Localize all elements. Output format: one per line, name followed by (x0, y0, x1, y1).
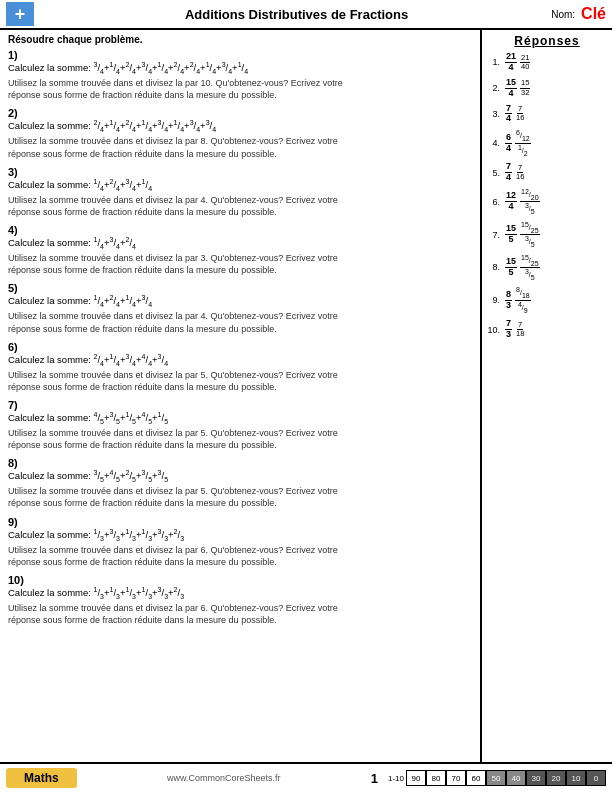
answer-row-1: 1. 21 4 21 40 (486, 52, 608, 73)
score-box-40: 40 (506, 770, 526, 786)
answers-area: Réponses 1. 21 4 21 40 2. 15 4 15 32 (482, 30, 612, 762)
main-content: Résoudre chaque problème. 1) Calculez la… (0, 30, 612, 762)
answers-title: Réponses (486, 34, 608, 48)
problem-6: 6) Calculez la somme: 2/4+1/4+3/4+4/4+3/… (8, 341, 472, 393)
answer-num-10: 10. (486, 325, 500, 335)
answer-fraction-4a: 6 4 (505, 133, 512, 154)
answer-row-7: 7. 15 5 15/25 3/5 (486, 221, 608, 249)
problem-10: 10) Calculez la somme: 1/3+1/3+1/3+1/3+3… (8, 574, 472, 626)
answer-fraction-7b: 15/25 3/5 (520, 221, 540, 249)
problem-line2-8: Utilisez la somme trouvée dans et divise… (8, 485, 452, 509)
problem-line2-7: Utilisez la somme trouvée dans et divise… (8, 427, 452, 451)
score-box-50: 50 (486, 770, 506, 786)
answer-num-7: 7. (486, 230, 500, 240)
answer-fraction-8a: 15 5 (505, 257, 517, 278)
answer-fraction-1b: 21 40 (520, 54, 530, 72)
problem-9: 9) Calculez la somme: 1/3+3/3+1/3+1/3+3/… (8, 516, 472, 568)
answer-fraction-2b: 15 32 (520, 79, 530, 97)
problem-content-7: Calculez la somme: 4/5+3/5+1/5+4/5+1/5 U… (8, 411, 452, 451)
answer-row-4: 4. 6 4 6/12 1/2 (486, 129, 608, 157)
answer-num-4: 4. (486, 138, 500, 148)
answer-fraction-10b: 7 18 (515, 321, 525, 339)
problem-3: 3) Calculez la somme: 1/4+2/4+3/4+1/4 Ut… (8, 166, 472, 218)
header: Additions Distributives de Fractions Nom… (0, 0, 612, 30)
answer-num-6: 6. (486, 197, 500, 207)
problem-number-8: 8) (8, 457, 26, 469)
answer-num-8: 8. (486, 262, 500, 272)
problem-line1-7: Calculez la somme: 4/5+3/5+1/5+4/5+1/5 (8, 411, 452, 425)
cle-label: Clé (581, 5, 606, 23)
problem-line2-1: Utilisez la somme trouvée dans et divise… (8, 77, 452, 101)
problem-line2-6: Utilisez la somme trouvée dans et divise… (8, 369, 452, 393)
problem-line1-2: Calculez la somme: 2/4+1/4+2/4+1/4+3/4+1… (8, 119, 452, 133)
answer-row-2: 2. 15 4 15 32 (486, 78, 608, 99)
problem-content-8: Calculez la somme: 3/5+4/5+2/5+3/5+3/5 U… (8, 469, 452, 509)
answer-fraction-1a: 21 4 (505, 52, 517, 73)
answer-num-5: 5. (486, 168, 500, 178)
problem-content-10: Calculez la somme: 1/3+1/3+1/3+1/3+3/3+2… (8, 586, 452, 626)
problem-1: 1) Calculez la somme: 3/4+1/4+2/4+3/4+1/… (8, 49, 472, 101)
answer-num-3: 3. (486, 109, 500, 119)
problem-number-4: 4) (8, 224, 26, 236)
answer-row-5: 5. 7 4 7 16 (486, 162, 608, 183)
answer-fraction-6a: 12 4 (505, 191, 517, 212)
answer-fraction-4b: 6/12 1/2 (515, 129, 531, 157)
score-box-0: 0 (586, 770, 606, 786)
answer-fraction-10a: 7 3 (505, 319, 512, 340)
answer-fraction-5a: 7 4 (505, 162, 512, 183)
problem-number-6: 6) (8, 341, 26, 353)
footer-maths-label: Maths (6, 768, 77, 788)
problem-line2-3: Utilisez la somme trouvée dans et divise… (8, 194, 452, 218)
answer-num-9: 9. (486, 295, 500, 305)
answer-fraction-6b: 12/20 3/5 (520, 188, 540, 216)
answer-row-9: 9. 8 3 8/18 4/9 (486, 286, 608, 314)
logo (6, 2, 34, 26)
instruction: Résoudre chaque problème. (8, 34, 472, 45)
problem-number-2: 2) (8, 107, 26, 119)
answer-num-2: 2. (486, 83, 500, 93)
problem-content-4: Calculez la somme: 1/4+3/4+2/4 Utilisez … (8, 236, 452, 276)
problem-content-6: Calculez la somme: 2/4+1/4+3/4+4/4+3/4 U… (8, 353, 452, 393)
problem-content-2: Calculez la somme: 2/4+1/4+2/4+1/4+3/4+1… (8, 119, 452, 159)
score-box-60: 60 (466, 770, 486, 786)
answer-fraction-3b: 7 16 (515, 105, 525, 123)
answer-fraction-8b: 15/25 3/5 (520, 254, 540, 282)
answer-num-1: 1. (486, 57, 500, 67)
problem-number-10: 10) (8, 574, 26, 586)
problems-area: Résoudre chaque problème. 1) Calculez la… (0, 30, 482, 762)
problem-line2-10: Utilisez la somme trouvée dans et divise… (8, 602, 452, 626)
problem-line2-9: Utilisez la somme trouvée dans et divise… (8, 544, 452, 568)
answer-fraction-5b: 7 16 (515, 164, 525, 182)
problem-line1-3: Calculez la somme: 1/4+2/4+3/4+1/4 (8, 178, 452, 192)
problem-line2-4: Utilisez la somme trouvée dans et divise… (8, 252, 452, 276)
problem-line1-8: Calculez la somme: 3/5+4/5+2/5+3/5+3/5 (8, 469, 452, 483)
problem-line2-5: Utilisez la somme trouvée dans et divise… (8, 310, 452, 334)
problem-number-9: 9) (8, 516, 26, 528)
problem-content-1: Calculez la somme: 3/4+1/4+2/4+3/4+1/4+2… (8, 61, 452, 101)
score-box-30: 30 (526, 770, 546, 786)
score-box-70: 70 (446, 770, 466, 786)
problem-line1-10: Calculez la somme: 1/3+1/3+1/3+1/3+3/3+2… (8, 586, 452, 600)
problem-7: 7) Calculez la somme: 4/5+3/5+1/5+4/5+1/… (8, 399, 472, 451)
page-title: Additions Distributives de Fractions (42, 7, 551, 22)
score-box-20: 20 (546, 770, 566, 786)
problem-line2-2: Utilisez la somme trouvée dans et divise… (8, 135, 452, 159)
problem-number-3: 3) (8, 166, 26, 178)
problem-line1-5: Calculez la somme: 1/4+2/4+1/4+3/4 (8, 294, 452, 308)
problem-content-3: Calculez la somme: 1/4+2/4+3/4+1/4 Utili… (8, 178, 452, 218)
problem-2: 2) Calculez la somme: 2/4+1/4+2/4+1/4+3/… (8, 107, 472, 159)
answer-row-6: 6. 12 4 12/20 3/5 (486, 188, 608, 216)
score-box-10: 10 (566, 770, 586, 786)
problem-line1-4: Calculez la somme: 1/4+3/4+2/4 (8, 236, 452, 250)
score-box-90: 90 (406, 770, 426, 786)
answer-fraction-7a: 15 5 (505, 224, 517, 245)
problem-content-9: Calculez la somme: 1/3+3/3+1/3+1/3+3/3+2… (8, 528, 452, 568)
problem-number-1: 1) (8, 49, 26, 61)
problem-line1-1: Calculez la somme: 3/4+1/4+2/4+3/4+1/4+2… (8, 61, 452, 75)
answer-fraction-2a: 15 4 (505, 78, 517, 99)
problem-5: 5) Calculez la somme: 1/4+2/4+1/4+3/4 Ut… (8, 282, 472, 334)
problem-line1-9: Calculez la somme: 1/3+3/3+1/3+1/3+3/3+2… (8, 528, 452, 542)
answer-row-8: 8. 15 5 15/25 3/5 (486, 254, 608, 282)
problem-4: 4) Calculez la somme: 1/4+3/4+2/4 Utilis… (8, 224, 472, 276)
answer-fraction-9a: 8 3 (505, 290, 512, 311)
